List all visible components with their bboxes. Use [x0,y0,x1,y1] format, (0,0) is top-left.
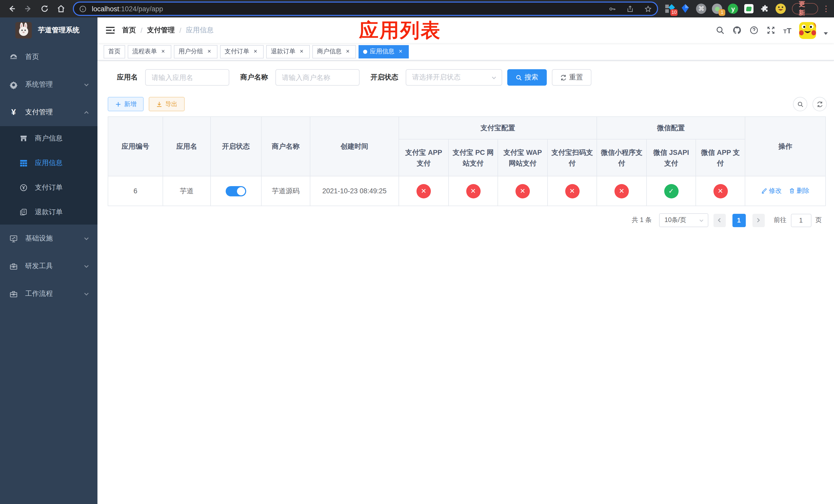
goto-page-input[interactable] [791,213,811,227]
table-toolbar: 新增 导出 [108,97,827,111]
sidebar-item-merchant-info[interactable]: 商户信息 [0,126,97,151]
address-bar[interactable]: localhost:1024/pay/app [73,2,658,16]
chevron-down-icon [84,235,89,241]
sidebar: 芋道管理系统 首页 系统管理 ¥ 支付管理 [0,18,97,504]
sidebar-fold-icon[interactable] [105,25,115,36]
extension-kite-icon[interactable] [680,4,690,14]
chevron-down-icon [490,75,497,81]
reset-button[interactable]: 重置 [552,69,591,86]
refresh-table-button[interactable] [812,97,827,111]
tab-process-form[interactable]: 流程表单× [128,45,171,58]
info-icon[interactable] [79,5,87,13]
sidebar-item-home[interactable]: 首页 [0,43,97,71]
chrome-menu-icon[interactable]: ⋮ [822,4,830,13]
share-icon[interactable] [626,5,634,13]
close-icon[interactable]: × [206,48,213,55]
sidebar-item-payment[interactable]: ¥ 支付管理 [0,98,97,126]
user-avatar[interactable] [799,22,816,39]
col-created-at: 创建时间 [310,117,399,176]
wechat-app-status-icon [713,184,728,198]
status-select[interactable]: 请选择开启状态 [405,69,502,86]
password-key-icon[interactable] [608,5,616,13]
close-icon[interactable]: × [397,48,404,55]
add-button[interactable]: 新增 [108,97,144,111]
prev-page-button[interactable] [713,213,725,227]
page-unit-label: 页 [815,216,822,225]
wechat-mini-status-icon [614,184,629,198]
total-count: 共 1 条 [632,216,652,225]
extension-y-icon[interactable]: y [728,4,738,14]
reload-icon[interactable] [40,4,49,13]
breadcrumb: 首页 / 支付管理 / 应用信息 [122,26,214,35]
breadcrumb-payment[interactable]: 支付管理 [147,26,175,35]
chevron-down-icon [84,82,89,87]
group-wechat-config: 微信配置 [597,117,745,139]
sidebar-item-label: 系统管理 [25,80,53,89]
alipay-app-status-icon [416,184,431,198]
sidebar-item-refund-order[interactable]: 退款订单 [0,200,97,225]
profile-avatar-icon[interactable] [775,4,786,14]
search-button[interactable]: 搜索 [507,69,547,86]
export-button[interactable]: 导出 [149,97,185,111]
breadcrumb-separator: / [140,26,142,34]
close-icon[interactable]: × [159,48,167,55]
group-alipay-config: 支付宝配置 [399,117,597,139]
shop-icon [20,134,28,142]
status-toggle[interactable] [226,186,246,196]
bookmark-star-icon[interactable] [644,5,652,13]
close-icon[interactable]: × [344,48,351,55]
home-icon[interactable] [57,4,66,13]
caret-down-icon[interactable] [824,32,828,35]
tab-user-group[interactable]: 用户分组× [174,45,218,58]
annotation-app-list: 应用列表 [359,18,441,44]
sidebar-item-workflow[interactable]: 工作流程 [0,280,97,307]
app-name-input[interactable] [145,69,229,86]
sidebar-logo-row[interactable]: 芋道管理系统 [0,18,97,43]
chevron-up-icon [84,110,89,115]
close-icon[interactable]: × [252,48,259,55]
sidebar-item-label: 支付订单 [35,183,63,192]
breadcrumb-home[interactable]: 首页 [122,26,136,35]
grid-icon [20,159,28,167]
close-icon[interactable]: × [298,48,305,55]
tab-home[interactable]: 首页 [104,45,125,58]
help-icon[interactable] [749,26,759,35]
extension-chat-icon[interactable] [744,4,754,14]
briefcase-icon [9,290,18,298]
fullscreen-icon[interactable] [766,26,775,35]
sidebar-item-system[interactable]: 系统管理 [0,71,97,98]
back-icon[interactable] [7,4,16,13]
extension-command-icon[interactable]: ⌘ [696,4,706,14]
page-size-select[interactable]: 10条/页 [659,213,708,227]
chrome-update-button[interactable]: 更新 [792,3,818,14]
col-merchant: 商户名称 [261,117,310,176]
tab-merchant-info[interactable]: 商户信息× [312,45,356,58]
github-icon[interactable] [732,26,742,35]
tab-pay-order[interactable]: 支付订单× [220,45,264,58]
extension-target-icon[interactable]: 1 [712,4,722,14]
sidebar-item-app-info[interactable]: 应用信息 [0,151,97,175]
merchant-name-input[interactable] [275,69,359,86]
gear-icon [9,80,18,89]
page-number[interactable]: 1 [732,213,746,227]
next-page-button[interactable] [752,213,765,227]
delete-link[interactable]: 删除 [789,187,809,196]
tab-app-info[interactable]: 应用信息× [358,45,409,58]
search-icon[interactable] [716,26,725,35]
breadcrumb-current: 应用信息 [186,26,214,35]
extension-grid-icon[interactable]: 10 [664,4,675,14]
tab-refund-order[interactable]: 退款订单× [266,45,310,58]
font-size-icon[interactable]: TT [783,26,791,35]
forward-icon[interactable] [24,4,33,13]
col-app-id: 应用编号 [108,117,163,176]
sidebar-item-pay-order[interactable]: 支付订单 [0,175,97,200]
extension-badge: 10 [671,9,678,16]
dashboard-icon [9,52,18,61]
edit-link[interactable]: 修改 [761,187,782,196]
sidebar-item-label: 首页 [25,52,39,62]
extensions-puzzle-icon[interactable] [760,4,770,14]
sidebar-item-dev-tools[interactable]: 研发工具 [0,252,97,280]
show-search-button[interactable] [793,97,807,111]
sidebar-item-infrastructure[interactable]: 基础设施 [0,225,97,252]
cell-merchant: 芋道源码 [261,176,310,206]
